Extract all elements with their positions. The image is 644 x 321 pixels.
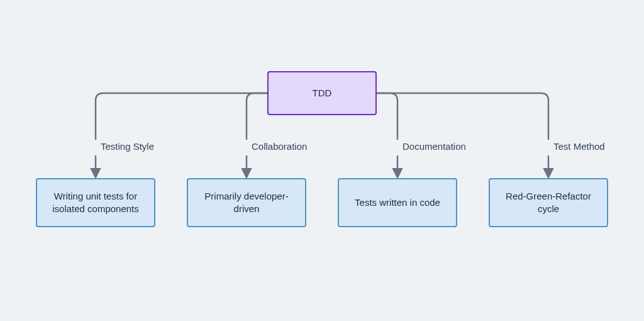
- edge-label-documentation: Documentation: [402, 141, 466, 152]
- edge-label-testing-style: Testing Style: [101, 141, 154, 152]
- child-node-documentation: Tests written in code: [338, 178, 457, 227]
- edge-label-collaboration: Collaboration: [252, 141, 307, 152]
- child-node-testing-style: Writing unit tests for isolated componen…: [36, 178, 155, 227]
- root-node-tdd: TDD: [267, 71, 377, 115]
- child-label: Writing unit tests for isolated componen…: [45, 190, 147, 216]
- edge-label-test-method: Test Method: [553, 141, 605, 152]
- child-label: Red-Green-Refactor cycle: [497, 190, 599, 216]
- child-node-collaboration: Primarily developer-driven: [187, 178, 306, 227]
- child-label: Tests written in code: [355, 196, 440, 209]
- root-label: TDD: [313, 87, 332, 99]
- connector-lines: [0, 0, 644, 321]
- child-node-test-method: Red-Green-Refactor cycle: [489, 178, 608, 227]
- child-label: Primarily developer-driven: [196, 190, 297, 216]
